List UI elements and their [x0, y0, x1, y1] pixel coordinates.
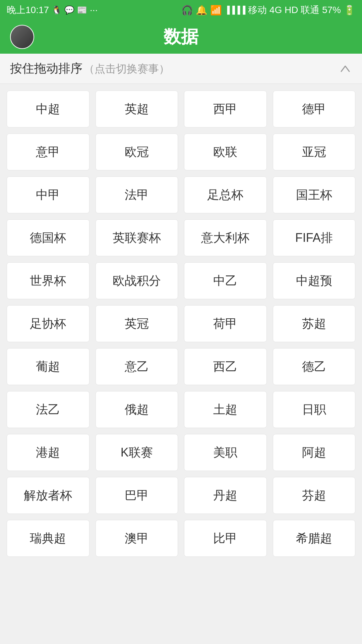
sort-bar-main-text: 按住拖动排序 [10, 61, 82, 75]
league-grid: 中超英超西甲德甲意甲欧冠欧联亚冠中甲法甲足总杯国王杯德国杯英联赛杯意大利杯FIF… [7, 91, 355, 557]
league-item-4[interactable]: 意甲 [7, 133, 89, 170]
league-item-36[interactable]: 解放者杯 [7, 477, 89, 514]
league-item-16[interactable]: 世界杯 [7, 262, 89, 299]
league-item-21[interactable]: 英冠 [96, 305, 178, 342]
league-item-9[interactable]: 法甲 [96, 176, 178, 213]
league-item-11[interactable]: 国王杯 [273, 176, 356, 213]
carrier-info: 移动 4G HD 联通 57% [248, 4, 341, 16]
league-item-30[interactable]: 土超 [184, 391, 267, 428]
avatar[interactable] [10, 25, 34, 49]
league-item-42[interactable]: 比甲 [184, 520, 267, 557]
league-item-31[interactable]: 日职 [273, 391, 356, 428]
league-item-18[interactable]: 中乙 [184, 262, 267, 299]
grid-container: 中超英超西甲德甲意甲欧冠欧联亚冠中甲法甲足总杯国王杯德国杯英联赛杯意大利杯FIF… [0, 84, 362, 564]
headphone-icon: 🎧 [181, 5, 193, 16]
status-left: 晚上10:17 🐧 💬 📰 ··· [7, 4, 98, 16]
avatar-image [11, 25, 34, 48]
league-item-27[interactable]: 德乙 [273, 348, 356, 385]
dots-icon: ··· [90, 5, 98, 15]
league-item-35[interactable]: 阿超 [273, 434, 356, 471]
league-item-32[interactable]: 港超 [7, 434, 89, 471]
sort-bar: 按住拖动排序 （点击切换赛事） [0, 54, 362, 84]
status-right: 🎧 🔔 📶 ▐▐▐▐ 移动 4G HD 联通 57% 🔋 [181, 4, 355, 16]
signal-icon: ▐▐▐▐ [225, 6, 245, 14]
league-item-17[interactable]: 欧战积分 [96, 262, 178, 299]
news-icon: 📰 [77, 5, 87, 15]
league-item-7[interactable]: 亚冠 [273, 133, 356, 170]
league-item-25[interactable]: 意乙 [96, 348, 178, 385]
league-item-10[interactable]: 足总杯 [184, 176, 267, 213]
league-item-0[interactable]: 中超 [7, 91, 89, 127]
league-item-41[interactable]: 澳甲 [96, 520, 178, 557]
league-item-14[interactable]: 意大利杯 [184, 219, 267, 256]
league-item-34[interactable]: 美职 [184, 434, 267, 471]
chevron-up-icon[interactable] [339, 62, 352, 75]
league-item-8[interactable]: 中甲 [7, 176, 89, 213]
wifi-icon: 📶 [210, 5, 222, 16]
app-header: 数据 [0, 20, 362, 54]
league-item-1[interactable]: 英超 [96, 91, 178, 127]
league-item-19[interactable]: 中超预 [273, 262, 356, 299]
league-item-38[interactable]: 丹超 [184, 477, 267, 514]
page-title: 数据 [164, 25, 198, 49]
league-item-39[interactable]: 芬超 [273, 477, 356, 514]
league-item-13[interactable]: 英联赛杯 [96, 219, 178, 256]
league-item-15[interactable]: FIFA排 [273, 219, 356, 256]
league-item-33[interactable]: K联赛 [96, 434, 178, 471]
status-bar: 晚上10:17 🐧 💬 📰 ··· 🎧 🔔 📶 ▐▐▐▐ 移动 4G HD 联通… [0, 0, 362, 20]
battery-icon: 🔋 [344, 5, 355, 16]
wechat-icon: 💬 [64, 5, 74, 15]
alarm-icon: 🔔 [196, 5, 207, 16]
league-item-5[interactable]: 欧冠 [96, 133, 178, 170]
league-item-22[interactable]: 荷甲 [184, 305, 267, 342]
sort-bar-hint-text: （点击切换赛事） [84, 63, 170, 75]
league-item-37[interactable]: 巴甲 [96, 477, 178, 514]
league-item-29[interactable]: 俄超 [96, 391, 178, 428]
sort-bar-content: 按住拖动排序 （点击切换赛事） [10, 60, 170, 77]
status-time: 晚上10:17 [7, 4, 49, 16]
league-item-20[interactable]: 足协杯 [7, 305, 89, 342]
league-item-23[interactable]: 苏超 [273, 305, 356, 342]
league-item-12[interactable]: 德国杯 [7, 219, 89, 256]
league-item-24[interactable]: 葡超 [7, 348, 89, 385]
league-item-2[interactable]: 西甲 [184, 91, 267, 127]
qq-icon: 🐧 [52, 5, 62, 15]
league-item-40[interactable]: 瑞典超 [7, 520, 89, 557]
league-item-43[interactable]: 希腊超 [273, 520, 356, 557]
league-item-26[interactable]: 西乙 [184, 348, 267, 385]
league-item-6[interactable]: 欧联 [184, 133, 267, 170]
league-item-3[interactable]: 德甲 [273, 91, 356, 127]
league-item-28[interactable]: 法乙 [7, 391, 89, 428]
